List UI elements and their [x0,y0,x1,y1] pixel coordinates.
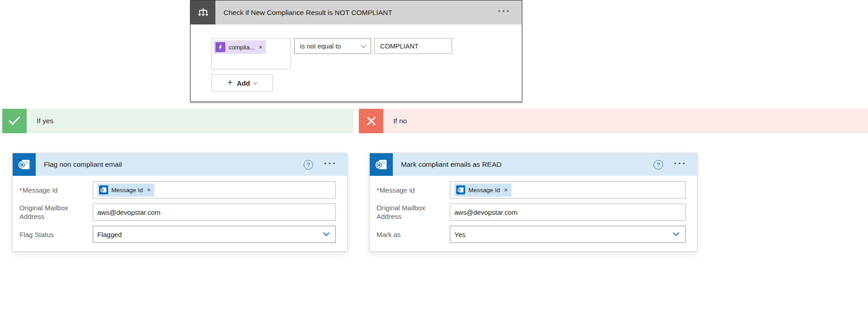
x-icon [359,109,383,133]
plus-icon: + [228,78,233,88]
outlook-icon [456,185,465,194]
help-icon[interactable]: ? [304,160,313,170]
header-icons: ? ··· [653,158,697,171]
message-id-label: *Message Id [19,186,93,194]
mark-as-dropdown[interactable]: Yes [450,226,686,243]
dynamic-content-token[interactable]: complia... × [214,40,266,54]
flow-designer-canvas: Check if New Compliance Result is NOT CO… [0,0,868,310]
branch-if-yes-header[interactable]: If yes [2,109,353,133]
condition-branch-icon [191,0,215,24]
required-asterisk: * [377,186,379,194]
branch-if-no-header[interactable]: If no [359,109,868,133]
message-id-token[interactable]: Message Id × [454,184,511,197]
add-condition-button[interactable]: + Add [211,74,273,92]
mailbox-label: Original Mailbox Address [377,203,450,221]
action-body: *Message Id Message Id × [13,176,347,251]
outlook-icon [370,153,393,176]
condition-card-header[interactable]: Check if New Compliance Result is NOT CO… [191,0,522,24]
action-body: *Message Id Message Id × [370,176,697,251]
condition-menu-button[interactable]: ··· [493,6,522,19]
action-card-mark-compliant-read: Mark compliant emails as READ ? ··· *Mes… [369,153,697,252]
flag-status-dropdown[interactable]: Flagged [93,226,336,243]
action-menu-button[interactable]: ··· [324,158,337,171]
token-label: Message Id [111,187,143,194]
message-id-label: *Message Id [377,186,450,194]
token-label: Message Id [468,187,500,194]
header-icons: ? ··· [304,158,347,171]
mailbox-input[interactable]: aws@devopstar.com [93,203,336,221]
field-row-message-id: *Message Id Message Id × [377,181,686,199]
token-remove-button[interactable]: × [504,187,508,193]
field-row-flag-status: Flag Status Flagged [19,226,336,243]
branch-yes-label: If yes [37,117,53,125]
chevron-down-icon [673,230,679,236]
mark-as-value: Yes [454,231,465,238]
condition-card: Check if New Compliance Result is NOT CO… [190,0,522,102]
branch-no-label: If no [393,117,407,125]
add-button-label: Add [237,79,250,87]
action-card-header[interactable]: Mark compliant emails as READ ? ··· [370,153,697,176]
message-id-token[interactable]: Message Id × [97,184,154,197]
operator-value: is not equal to [300,43,341,50]
outlook-icon [99,185,108,194]
message-id-input[interactable]: Message Id × [450,181,686,199]
message-id-input[interactable]: Message Id × [93,181,336,199]
condition-left-operand-field[interactable]: complia... × [211,38,291,69]
action-title: Flag non compliant email [44,160,304,169]
condition-row: complia... × is not equal to COMPLIANT [211,38,501,69]
action-title: Mark compliant emails as READ [401,160,653,169]
condition-body: complia... × is not equal to COMPLIANT +… [191,24,522,92]
field-row-mailbox: Original Mailbox Address aws@devopstar.c… [377,203,686,221]
flag-status-label: Flag Status [19,230,93,239]
chevron-down-icon [323,230,329,236]
field-row-mailbox: Original Mailbox Address aws@devopstar.c… [19,203,336,221]
required-asterisk: * [19,186,22,194]
condition-value-input[interactable]: COMPLIANT [374,38,452,54]
checkmark-icon [2,109,27,133]
action-card-flag-non-compliant-email: Flag non compliant email ? ··· *Message … [12,153,348,252]
help-icon[interactable]: ? [653,160,663,170]
token-remove-button[interactable]: × [147,187,151,193]
chevron-down-icon [361,43,366,48]
mailbox-input[interactable]: aws@devopstar.com [450,203,686,221]
condition-operator-dropdown[interactable]: is not equal to [294,38,371,54]
field-row-message-id: *Message Id Message Id × [19,181,336,199]
action-menu-button[interactable]: ··· [674,158,687,171]
lightning-bolt-icon [215,42,225,52]
field-row-mark-as: Mark as Yes [377,226,686,243]
mark-as-label: Mark as [377,230,450,239]
flag-status-value: Flagged [97,231,122,238]
action-card-header[interactable]: Flag non compliant email ? ··· [13,153,347,176]
outlook-icon [13,153,36,176]
condition-title: Check if New Compliance Result is NOT CO… [224,9,493,17]
chevron-down-icon [253,81,257,84]
mailbox-label: Original Mailbox Address [19,203,93,221]
token-label: complia... [229,44,255,51]
token-remove-button[interactable]: × [259,44,262,50]
